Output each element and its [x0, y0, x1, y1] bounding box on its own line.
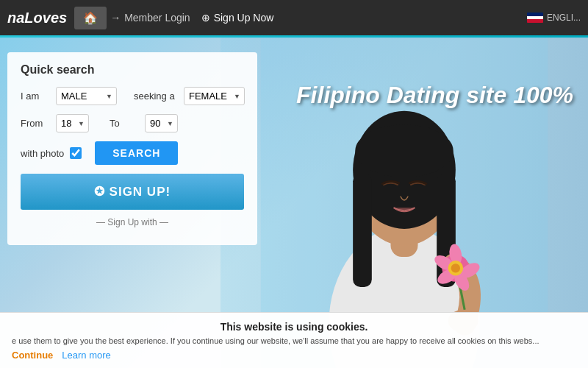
- seeking-select-wrapper: FEMALE MALE: [184, 87, 245, 105]
- from-select[interactable]: 18 19 20 25 30: [56, 114, 89, 132]
- home-button[interactable]: 🏠: [74, 7, 107, 29]
- i-am-row: I am MALE FEMALE seeking a FEMALE MALE: [21, 87, 244, 105]
- navbar: naLoves 🏠 → Member Login ⊕ Sign Up Now E…: [0, 0, 588, 35]
- to-select[interactable]: 90 80 70 60 50: [145, 114, 178, 132]
- photo-row: with photo SEARCH: [21, 141, 244, 165]
- svg-rect-5: [353, 174, 372, 287]
- svg-point-17: [451, 263, 460, 272]
- to-select-wrapper: 90 80 70 60 50: [145, 114, 178, 132]
- search-panel: Quick search I am MALE FEMALE seeking a …: [7, 52, 257, 245]
- language-selector[interactable]: ENGLI...: [527, 13, 581, 23]
- cookie-bar: This website is using cookies. e use the…: [0, 312, 588, 368]
- i-am-select[interactable]: MALE FEMALE: [56, 87, 117, 105]
- flag-icon: [527, 13, 543, 23]
- signup-nav-icon: ⊕: [201, 12, 210, 24]
- with-photo-label: with photo: [21, 148, 64, 159]
- seeking-label: seeking a: [134, 91, 178, 102]
- from-label: From: [21, 118, 50, 129]
- hero-tagline: Filipino Dating site 100%: [296, 82, 573, 109]
- signup-with-text: — Sign Up with —: [21, 217, 244, 227]
- search-panel-title: Quick search: [21, 63, 244, 77]
- to-label: To: [110, 118, 139, 129]
- svg-point-7: [355, 124, 453, 177]
- big-signup-button[interactable]: ✪ SIGN UP!: [21, 174, 244, 210]
- lang-label: ENGLI...: [547, 13, 581, 23]
- cookie-title: This website is using cookies.: [220, 321, 368, 333]
- from-select-wrapper: 18 19 20 25 30: [56, 114, 89, 132]
- brand-logo: naLoves: [7, 10, 67, 26]
- cookie-text: e use them to give you the best experien…: [12, 336, 576, 345]
- cookie-learn-more-link[interactable]: Learn more: [62, 350, 110, 361]
- cookie-continue-link[interactable]: Continue: [12, 350, 53, 361]
- member-login-label: Member Login: [124, 12, 190, 24]
- signup-nav-link[interactable]: ⊕ Sign Up Now: [201, 12, 274, 24]
- age-row: From 18 19 20 25 30 To 90 80 70 60 50: [21, 114, 244, 132]
- i-am-label: I am: [21, 91, 50, 102]
- login-icon: →: [110, 12, 121, 24]
- seeking-select[interactable]: FEMALE MALE: [184, 87, 245, 105]
- member-login-link[interactable]: → Member Login: [110, 12, 190, 24]
- with-photo-checkbox[interactable]: [70, 147, 82, 159]
- search-button[interactable]: SEARCH: [95, 141, 178, 165]
- cookie-actions: Continue Learn more: [12, 350, 576, 361]
- signup-nav-label: Sign Up Now: [214, 12, 274, 24]
- i-am-select-wrapper: MALE FEMALE: [56, 87, 117, 105]
